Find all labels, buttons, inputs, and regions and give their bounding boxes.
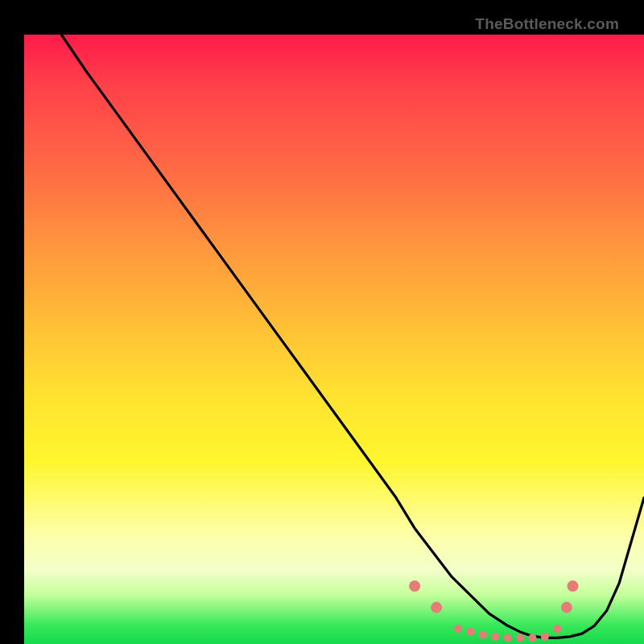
marker-dot <box>541 633 549 641</box>
chart-frame: TheBottleneck.com <box>12 12 632 632</box>
marker-dot <box>409 580 420 592</box>
marker-dot <box>561 602 572 613</box>
marker-dot <box>454 625 462 633</box>
marker-dot <box>568 580 579 592</box>
marker-dot <box>504 634 512 642</box>
bottleneck-curve-svg <box>24 35 644 644</box>
bottleneck-curve <box>61 35 644 638</box>
marker-dot <box>479 631 487 639</box>
marker-dot <box>491 633 499 641</box>
plot-area <box>24 35 644 644</box>
marker-dot <box>516 634 524 642</box>
watermark-text: TheBottleneck.com <box>475 15 619 33</box>
marker-dot <box>528 634 536 642</box>
marker-dot <box>553 625 561 633</box>
marker-dot <box>466 628 474 636</box>
marker-dots-group <box>409 580 578 642</box>
marker-dot <box>431 602 442 613</box>
